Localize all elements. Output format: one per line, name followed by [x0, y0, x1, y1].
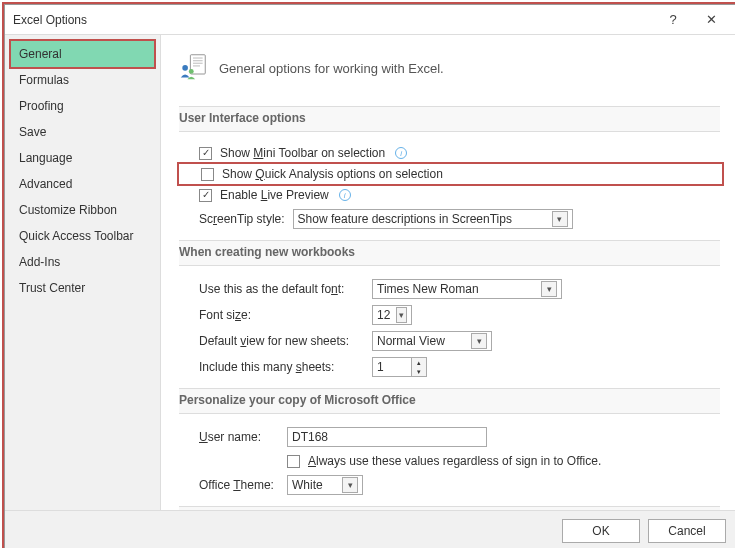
chevron-down-icon: ▾ — [396, 307, 407, 323]
chevron-down-icon: ▾ — [342, 477, 358, 493]
chevron-down-icon: ▾ — [471, 333, 487, 349]
row-quick-analysis: Show Quick Analysis options on selection — [177, 162, 724, 186]
row-live-preview: ✓ Enable Live Preview i — [199, 184, 720, 206]
window-title: Excel Options — [13, 13, 87, 27]
spin-up-icon[interactable]: ▴ — [412, 358, 426, 367]
svg-rect-1 — [193, 57, 203, 58]
footer: OK Cancel — [5, 510, 735, 548]
select-font-size[interactable]: 12 ▾ — [372, 305, 412, 325]
sidebar-item-addins[interactable]: Add-Ins — [11, 249, 154, 275]
row-font-size: Font size: 12 ▾ — [199, 302, 720, 328]
cancel-button[interactable]: Cancel — [648, 519, 726, 543]
svg-point-6 — [189, 69, 194, 74]
section-ui-title: User Interface options — [179, 106, 720, 132]
sidebar-item-proofing[interactable]: Proofing — [11, 93, 154, 119]
excel-options-dialog: Excel Options ? ✕ General Formulas Proof… — [4, 4, 735, 548]
titlebar: Excel Options ? ✕ — [5, 5, 735, 35]
svg-point-5 — [182, 65, 188, 71]
general-options-icon — [179, 53, 207, 84]
sidebar-item-quick-access-toolbar[interactable]: Quick Access Toolbar — [11, 223, 154, 249]
label-sheets-count: Include this many sheets: — [199, 360, 364, 374]
row-sheets-count: Include this many sheets: 1 ▴▾ — [199, 354, 720, 380]
checkbox-always-use[interactable] — [287, 455, 300, 468]
content-pane: General options for working with Excel. … — [161, 35, 735, 510]
row-default-view: Default view for new sheets: Normal View… — [199, 328, 720, 354]
label-office-theme: Office Theme: — [199, 478, 279, 492]
row-office-theme: Office Theme: White ▾ — [199, 472, 720, 498]
sidebar-item-trust-center[interactable]: Trust Center — [11, 275, 154, 301]
select-default-view[interactable]: Normal View ▾ — [372, 331, 492, 351]
checkbox-live-preview[interactable]: ✓ — [199, 189, 212, 202]
row-default-font: Use this as the default font: Times New … — [199, 276, 720, 302]
chevron-down-icon: ▾ — [552, 211, 568, 227]
chevron-down-icon: ▾ — [541, 281, 557, 297]
help-button[interactable]: ? — [654, 6, 692, 34]
select-office-theme[interactable]: White ▾ — [287, 475, 363, 495]
row-user-name: User name: DT168 — [199, 424, 720, 450]
ok-button[interactable]: OK — [562, 519, 640, 543]
label-quick-analysis: Show Quick Analysis options on selection — [222, 167, 443, 181]
content-header-text: General options for working with Excel. — [219, 61, 444, 76]
sidebar-item-save[interactable]: Save — [11, 119, 154, 145]
label-always-use: Always use these values regardless of si… — [308, 454, 601, 468]
label-user-name: User name: — [199, 430, 279, 444]
section-newwb-title: When creating new workbooks — [179, 240, 720, 266]
sidebar-item-advanced[interactable]: Advanced — [11, 171, 154, 197]
svg-rect-4 — [193, 65, 200, 66]
row-mini-toolbar: ✓ Show Mini Toolbar on selection i — [199, 142, 720, 164]
svg-rect-2 — [193, 60, 203, 61]
select-screentip-style[interactable]: Show feature descriptions in ScreenTips … — [293, 209, 573, 229]
row-screentip: ScreenTip style: Show feature descriptio… — [199, 206, 720, 232]
sidebar-item-general[interactable]: General — [9, 39, 156, 69]
sidebar-item-customize-ribbon[interactable]: Customize Ribbon — [11, 197, 154, 223]
label-default-view: Default view for new sheets: — [199, 334, 364, 348]
section-personalize-title: Personalize your copy of Microsoft Offic… — [179, 388, 720, 414]
label-screentip: ScreenTip style: — [199, 212, 285, 226]
row-always-use: Always use these values regardless of si… — [199, 450, 720, 472]
label-font-size: Font size: — [199, 308, 364, 322]
input-user-name[interactable]: DT168 — [287, 427, 487, 447]
spin-down-icon[interactable]: ▾ — [412, 367, 426, 376]
info-icon[interactable]: i — [339, 189, 351, 201]
close-button[interactable]: ✕ — [692, 6, 730, 34]
content-header: General options for working with Excel. — [179, 45, 720, 102]
checkbox-quick-analysis[interactable] — [201, 168, 214, 181]
sidebar-item-language[interactable]: Language — [11, 145, 154, 171]
info-icon[interactable]: i — [395, 147, 407, 159]
sidebar-item-formulas[interactable]: Formulas — [11, 67, 154, 93]
label-mini-toolbar: Show Mini Toolbar on selection — [220, 146, 385, 160]
label-live-preview: Enable Live Preview — [220, 188, 329, 202]
sidebar: General Formulas Proofing Save Language … — [5, 35, 161, 510]
select-default-font[interactable]: Times New Roman ▾ — [372, 279, 562, 299]
svg-rect-3 — [193, 63, 203, 64]
spinner-sheets-count[interactable]: 1 ▴▾ — [372, 357, 427, 377]
label-default-font: Use this as the default font: — [199, 282, 364, 296]
checkbox-mini-toolbar[interactable]: ✓ — [199, 147, 212, 160]
